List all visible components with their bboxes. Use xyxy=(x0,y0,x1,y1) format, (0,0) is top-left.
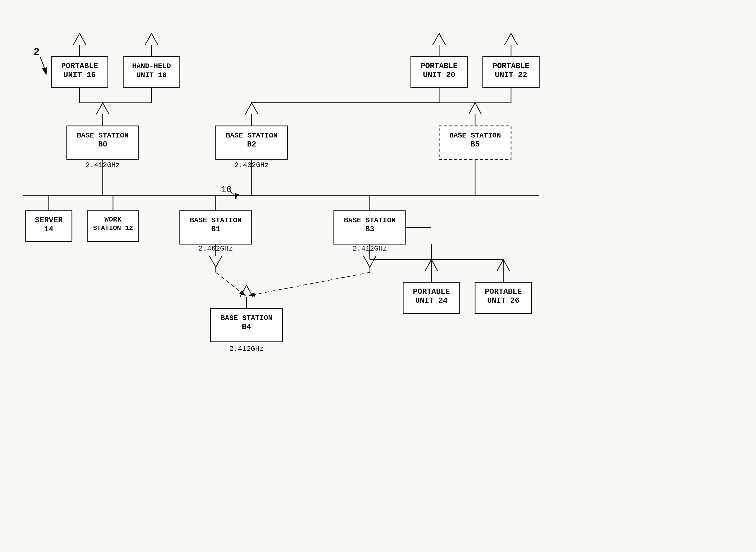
svg-text:B0: B0 xyxy=(98,140,107,149)
svg-text:HAND-HELD: HAND-HELD xyxy=(132,62,171,70)
svg-text:BASE STATION: BASE STATION xyxy=(449,132,501,140)
svg-text:STATION 12: STATION 12 xyxy=(93,224,133,232)
svg-text:PORTABLE: PORTABLE xyxy=(413,287,450,296)
svg-text:B1: B1 xyxy=(211,225,220,234)
svg-text:2.462GHz: 2.462GHz xyxy=(198,245,233,253)
antenna-pu20 xyxy=(433,33,445,56)
diagram-svg: 2 xyxy=(0,0,756,552)
svg-text:UNIT 18: UNIT 18 xyxy=(136,71,167,79)
svg-text:B2: B2 xyxy=(247,140,256,149)
svg-text:BASE STATION: BASE STATION xyxy=(190,217,242,224)
svg-text:UNIT 16: UNIT 16 xyxy=(63,71,96,80)
antenna-bs-b0 xyxy=(96,103,109,126)
svg-text:B5: B5 xyxy=(470,140,480,149)
svg-line-39 xyxy=(216,272,245,295)
svg-text:PORTABLE: PORTABLE xyxy=(61,62,98,71)
svg-text:PORTABLE: PORTABLE xyxy=(485,287,522,296)
antenna-hhu18 xyxy=(145,33,158,56)
svg-text:BASE STATION: BASE STATION xyxy=(221,314,272,322)
svg-text:UNIT 24: UNIT 24 xyxy=(415,296,447,305)
svg-text:2: 2 xyxy=(33,46,40,58)
svg-text:B4: B4 xyxy=(242,322,251,331)
svg-text:UNIT 22: UNIT 22 xyxy=(495,71,527,80)
svg-text:PORTABLE: PORTABLE xyxy=(421,62,457,71)
antenna-bs-b5 xyxy=(468,103,482,126)
svg-text:2.412GHz: 2.412GHz xyxy=(353,245,387,253)
svg-line-41 xyxy=(249,272,370,295)
svg-text:WORK: WORK xyxy=(104,216,122,224)
svg-text:2.412GHz: 2.412GHz xyxy=(229,345,264,353)
antenna-pu22 xyxy=(505,33,518,56)
svg-text:UNIT 20: UNIT 20 xyxy=(423,71,455,80)
antenna-bs-b4 xyxy=(240,285,253,308)
svg-text:2.412GHz: 2.412GHz xyxy=(85,161,120,169)
svg-text:UNIT 26: UNIT 26 xyxy=(487,296,520,305)
svg-text:BASE STATION: BASE STATION xyxy=(77,132,129,140)
antenna-pu16 xyxy=(73,33,86,56)
svg-text:2.432GHz: 2.432GHz xyxy=(234,161,269,169)
svg-text:BASE STATION: BASE STATION xyxy=(226,132,277,140)
svg-text:BASE STATION: BASE STATION xyxy=(344,217,396,224)
svg-text:10: 10 xyxy=(221,184,232,195)
diagram-container: 2 xyxy=(0,0,756,552)
antenna-bs-b2 xyxy=(245,103,258,126)
svg-text:14: 14 xyxy=(44,225,53,234)
svg-text:SERVER: SERVER xyxy=(35,216,63,225)
svg-text:B3: B3 xyxy=(365,225,374,234)
svg-text:PORTABLE: PORTABLE xyxy=(493,62,530,71)
